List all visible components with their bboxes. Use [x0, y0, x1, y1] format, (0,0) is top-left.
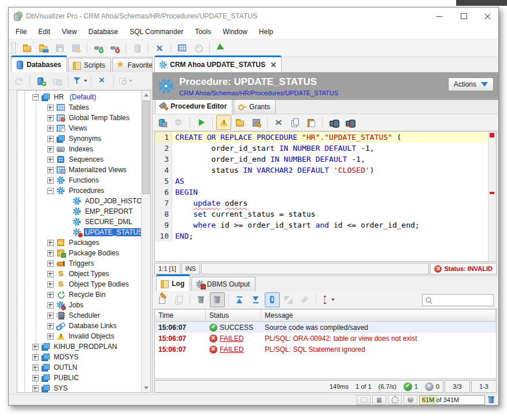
scroll-top-button[interactable] — [232, 292, 247, 307]
tree-item-sys[interactable]: SYS — [17, 383, 141, 392]
save-button[interactable] — [52, 40, 67, 55]
scrollbar-track[interactable] — [142, 99, 150, 384]
scrollbar-thumb[interactable] — [142, 101, 150, 194]
tree-item-emp-report[interactable]: EMP_REPORT — [17, 206, 141, 217]
collapse-node-icon[interactable] — [32, 94, 39, 101]
expand-node-icon[interactable] — [47, 302, 54, 309]
save-as-button[interactable] — [249, 115, 264, 130]
error-stripe[interactable] — [488, 132, 496, 261]
expand-node-icon[interactable] — [47, 136, 54, 142]
expand-node-icon[interactable] — [47, 167, 54, 173]
expand-node-icon[interactable] — [47, 313, 54, 319]
tree-item-scheduler[interactable]: Scheduler — [17, 310, 141, 321]
save-as-button[interactable] — [68, 40, 83, 55]
menu-database[interactable]: Database — [88, 28, 118, 36]
add-connection-button[interactable] — [34, 73, 49, 88]
tab-close-icon[interactable] — [271, 62, 276, 67]
log-row[interactable]: 15:06:07SUCCESSSource code was compiled/… — [155, 322, 496, 333]
tree-item-object-types[interactable]: Object Types — [17, 269, 141, 279]
tree-item-functions[interactable]: Functions — [17, 175, 141, 185]
tree-item-procedures[interactable]: Procedures — [17, 185, 141, 196]
copy-button[interactable] — [287, 115, 302, 130]
code-editor[interactable]: 1CREATE OR REPLACE PROCEDURE "HR"."UPDAT… — [154, 131, 497, 262]
expand-node-icon[interactable] — [47, 333, 54, 340]
error-stripe-marker-icon[interactable] — [490, 192, 494, 194]
expand-node-icon[interactable] — [32, 354, 39, 360]
connections-status-button[interactable] — [372, 395, 386, 405]
background-tasks-button[interactable] — [388, 395, 402, 405]
maximize-button[interactable] — [453, 8, 474, 25]
tree-item-object-type-bodies[interactable]: Object Type Bodies — [17, 279, 141, 289]
tree-item-secure-dml[interactable]: SECURE_DML — [17, 217, 141, 227]
auto-scroll-button[interactable] — [265, 292, 280, 307]
collapse-node-icon[interactable] — [47, 188, 54, 194]
expand-node-icon[interactable] — [47, 261, 54, 267]
tools-button[interactable] — [152, 40, 167, 55]
add-folder-button[interactable] — [50, 73, 65, 88]
export-button[interactable] — [155, 292, 170, 307]
refresh-button[interactable] — [11, 73, 26, 88]
expand-node-icon[interactable] — [47, 271, 54, 277]
errors-indicator-button[interactable] — [404, 395, 417, 405]
tree-item-triggers[interactable]: Triggers — [17, 258, 141, 269]
scroll-down-icon[interactable] — [142, 384, 150, 392]
tab-dbms-output[interactable]: DBMS Output — [191, 277, 256, 291]
open-folder-button[interactable] — [20, 40, 35, 55]
tree-item-outln[interactable]: OUTLN — [17, 362, 141, 373]
edit-mode[interactable]: INS — [182, 263, 200, 274]
tab-grants[interactable]: Grants — [234, 99, 276, 114]
menu-window[interactable]: Window — [223, 28, 247, 36]
open-folder-gear-button[interactable] — [36, 40, 51, 55]
log-row[interactable]: 15:06:07FAILEDPL/SQL: ORA-00942: table o… — [155, 333, 496, 344]
find-button[interactable] — [326, 115, 341, 130]
collapse-rows-button[interactable] — [297, 292, 312, 307]
expand-node-icon[interactable] — [32, 385, 39, 392]
menu-edit[interactable]: Edit — [38, 28, 50, 36]
scroll-up-icon[interactable] — [142, 91, 150, 99]
minimize-button[interactable] — [429, 8, 450, 25]
expand-node-icon[interactable] — [47, 281, 54, 288]
log-column-message[interactable]: Message — [261, 310, 496, 321]
tree-item-views[interactable]: Views — [17, 123, 141, 133]
expand-node-icon[interactable] — [47, 323, 54, 329]
object-tab-crm-ahoa-update-status[interactable]: CRM Ahoa UPDATE_STATUS — [154, 55, 282, 72]
close-button[interactable] — [478, 8, 498, 25]
expand-node-icon[interactable] — [47, 125, 54, 132]
save-procedure-button[interactable] — [155, 115, 170, 130]
tab-databases[interactable]: Databases — [11, 55, 67, 72]
copy-button[interactable] — [171, 292, 186, 307]
tree-item-hr[interactable]: HR(Default) — [17, 92, 141, 102]
expand-rows-button[interactable] — [281, 292, 296, 307]
collapse-tree-button[interactable] — [95, 73, 110, 88]
tree-item-update-status[interactable]: UPDATE_STATUS — [17, 227, 141, 237]
tab-scripts[interactable]: Scripts — [68, 58, 111, 72]
tree-item-package-bodies[interactable]: Package Bodies — [17, 248, 141, 258]
garbage-collect-button[interactable] — [487, 395, 496, 404]
menu-file[interactable]: File — [16, 28, 27, 36]
tree-item-recycle-bin[interactable]: Recycle Bin — [17, 289, 141, 300]
database-server-button[interactable] — [129, 40, 145, 55]
connect-button[interactable] — [91, 40, 106, 55]
tab-log[interactable]: Log — [156, 274, 190, 291]
tree-item-tables[interactable]: Tables — [17, 102, 141, 113]
expand-node-icon[interactable] — [32, 365, 39, 371]
log-row[interactable]: 15:06:07FAILEDPL/SQL: SQL Statement igno… — [155, 344, 496, 355]
menu-tools[interactable]: Tools — [195, 28, 211, 36]
expand-node-icon[interactable] — [47, 157, 54, 163]
menu-sql-commander[interactable]: SQL Commander — [129, 28, 183, 36]
tree-item-global-temp-tables[interactable]: Global Temp Tables — [17, 113, 141, 123]
tree-item-add-job-history[interactable]: ADD_JOB_HISTORY — [17, 196, 141, 206]
expand-node-icon[interactable] — [47, 240, 54, 246]
stop-button[interactable] — [171, 115, 186, 130]
actions-button[interactable]: Actions — [448, 77, 494, 91]
tree-item-sequences[interactable]: Sequences — [17, 154, 141, 165]
paste-button[interactable] — [304, 115, 319, 130]
expand-node-icon[interactable] — [47, 146, 54, 153]
log-search-input[interactable] — [434, 296, 490, 304]
grid-view-button[interactable] — [175, 40, 190, 55]
open-folder-button[interactable] — [232, 115, 247, 130]
memory-usage-gauge[interactable]: 61M of 341M — [419, 395, 485, 405]
delete-button[interactable] — [194, 292, 209, 307]
cut-button[interactable] — [271, 115, 286, 130]
menu-help[interactable]: Help — [259, 28, 273, 36]
